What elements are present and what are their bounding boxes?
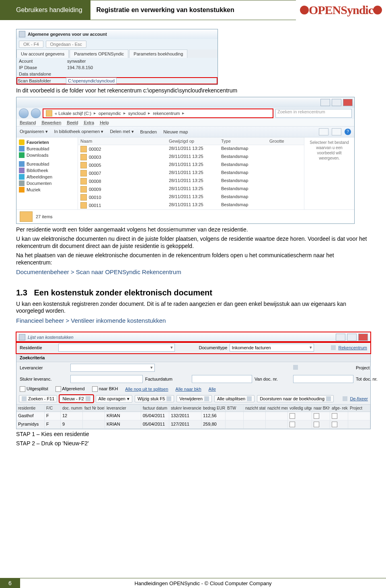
afgerekend-cell-checkbox[interactable] [332, 413, 337, 419]
tool-organize[interactable]: Organiseren ▾ [20, 129, 48, 134]
col[interactable]: F/C [45, 405, 61, 412]
col[interactable]: fact Nr boekh [83, 405, 105, 412]
col[interactable]: volledig uitgesplitst [288, 405, 312, 412]
sidebar-item[interactable]: Muziek [27, 187, 41, 192]
col[interactable]: Project [348, 405, 370, 412]
residentie-select[interactable]: ▾ [58, 344, 175, 352]
defixeer-link[interactable]: De-fixeer [350, 396, 368, 401]
col[interactable]: BTW [226, 405, 244, 412]
naarbkh-checkbox[interactable] [92, 386, 98, 392]
file-row[interactable]: 0001128/11/2011 13:25Bestandsmap [78, 201, 304, 209]
menu-item[interactable]: Beeld [67, 120, 78, 125]
afgerekend-checkbox[interactable] [55, 386, 61, 392]
view-button[interactable] [319, 128, 329, 135]
uitsplitsen-button[interactable]: Alle uitsplitsen [214, 395, 255, 402]
col[interactable]: stuknr leverancier [169, 405, 201, 412]
sidebar-item[interactable]: Documenten [27, 181, 51, 186]
uitgesplitst-cell-checkbox[interactable] [290, 413, 295, 419]
bc-part[interactable]: opensyndic [99, 111, 121, 116]
tool-library[interactable]: In bibliotheek opnemen ▾ [54, 129, 104, 134]
uitgesplitst-cell-checkbox[interactable] [290, 422, 295, 427]
menu-item[interactable]: Bestand [20, 120, 36, 125]
alle-opvragen-button[interactable]: Alle opvragen▾ [96, 395, 132, 403]
search-placeholder: Zoeken in rekencentrum [277, 109, 325, 114]
file-row[interactable]: 0000928/11/2011 13:25Bestandsmap [78, 185, 304, 193]
ok-button[interactable]: OK - F4 [19, 41, 43, 48]
close-button[interactable] [358, 334, 368, 341]
tool-share[interactable]: Delen met ▾ [110, 129, 133, 134]
table-row[interactable]: GasthofF12KRIAN05/04/2011132/2011112,56 [16, 412, 370, 420]
sidebar-item[interactable]: Bureaublad [27, 146, 49, 151]
col-type[interactable]: Type [221, 139, 269, 143]
verwijderen-button[interactable]: Verwijderen [177, 395, 211, 402]
menu-item[interactable]: Extra [84, 120, 94, 125]
bc-part[interactable]: « Lokale schijf (C:) [55, 111, 91, 116]
col-size[interactable]: Grootte [269, 139, 302, 143]
menu-item[interactable]: Bewerken [41, 120, 61, 125]
maximize-button[interactable] [332, 99, 341, 106]
minimize-button[interactable] [320, 99, 330, 106]
col[interactable]: factuur datum [141, 405, 169, 412]
col[interactable]: residentie [16, 405, 45, 412]
rekencentrum-link[interactable]: Rekencentrum [338, 345, 367, 350]
search-input[interactable]: Zoeken in rekencentrum [275, 109, 352, 118]
vandoc-input[interactable] [293, 375, 353, 383]
file-row[interactable]: 0000828/11/2011 13:25Bestandsmap [78, 177, 304, 185]
link-alle-splitsen[interactable]: Alle nog uit te splitsen [125, 387, 168, 391]
bc-part[interactable]: rekencentrum [153, 111, 180, 116]
col-name[interactable]: Naam [80, 139, 169, 143]
close-button[interactable] [343, 99, 353, 106]
forward-button[interactable] [31, 109, 41, 118]
cell [288, 420, 312, 428]
search-icon[interactable] [293, 365, 298, 370]
sidebar-item[interactable]: Downloads [27, 153, 48, 158]
breadcrumb[interactable]: « Lokale schijf (C:)▸ opensyndic▸ synclo… [43, 109, 273, 118]
file-row[interactable]: 0000328/11/2011 13:25Bestandsmap [78, 153, 304, 161]
naarbkh-cell-checkbox[interactable] [314, 422, 319, 427]
link-alle-bkh[interactable]: Alle naar bkh [175, 387, 201, 391]
undo-button[interactable]: Ongedaan - Esc [46, 41, 87, 48]
minimize-button[interactable] [336, 334, 345, 341]
preview-button[interactable] [332, 128, 341, 135]
maximize-button[interactable] [347, 334, 357, 341]
naarbkh-cell-checkbox[interactable] [314, 413, 319, 419]
sidebar-item[interactable]: Afbeeldingen [27, 174, 52, 179]
wijzig-button[interactable]: Wijzig stuk F5 [135, 395, 174, 402]
tab-boekhouding[interactable]: Parameters boekhouding [129, 49, 187, 58]
factuurdatum-input[interactable] [192, 375, 252, 383]
uitgesplitst-checkbox[interactable] [20, 386, 25, 392]
file-row[interactable]: 0000728/11/2011 13:25Bestandsmap [78, 169, 304, 177]
col[interactable]: bedrag EUR [201, 405, 226, 412]
col[interactable]: nazicht status [244, 405, 266, 412]
doorsturen-button[interactable]: Doorsturen naar de boekhouding [257, 395, 334, 402]
col[interactable]: doc. nummer [61, 405, 83, 412]
leverancier-select[interactable]: ▾ [70, 364, 155, 372]
documenttype-select[interactable]: Inkomende facturen▾ [230, 344, 314, 352]
stuknr-input[interactable] [70, 375, 143, 383]
kostenstukken-window: Lijst van kostenstukken Residentie ▾ Doc… [16, 332, 371, 429]
tab-parameters[interactable]: Parameters OPENSyndic [70, 49, 128, 58]
col[interactable]: naar BKH [312, 405, 330, 412]
sidebar-item[interactable]: Bureaublad [27, 162, 49, 166]
afgerekend-cell-checkbox[interactable] [332, 422, 337, 427]
file-row[interactable]: 0000228/11/2011 13:25Bestandsmap [78, 145, 304, 153]
back-button[interactable] [19, 109, 29, 118]
col-modified[interactable]: Gewijzigd op [169, 139, 221, 143]
zoeken-button[interactable]: Zoeken - F11 [19, 395, 57, 402]
scanfolder-input[interactable]: C:\opensyndic\syncloud [66, 78, 117, 84]
col[interactable]: nazicht memo [266, 405, 288, 412]
col[interactable]: afge- rekend [330, 405, 348, 412]
sidebar-item[interactable]: Bibliotheek [27, 168, 48, 173]
col[interactable]: leverancier [105, 405, 141, 412]
link-alle[interactable]: Alle [209, 387, 216, 391]
table-row[interactable]: PyramidysF9KRIAN05/04/2011127/2011259,80 [16, 420, 370, 429]
help-icon[interactable]: ? [345, 129, 351, 135]
file-row[interactable]: 0001028/11/2011 13:25Bestandsmap [78, 193, 304, 201]
menu-item[interactable]: Help [100, 120, 109, 125]
bc-part[interactable]: syncloud [128, 111, 146, 116]
file-row[interactable]: 0000528/11/2011 13:25Bestandsmap [78, 161, 304, 169]
tool-newfolder[interactable]: Nieuwe map [163, 129, 188, 134]
tab-account[interactable]: Uw account gegevens [16, 49, 69, 58]
tool-burn[interactable]: Branden [140, 129, 157, 134]
nieuw-button[interactable]: Nieuw - F2 [60, 395, 93, 402]
